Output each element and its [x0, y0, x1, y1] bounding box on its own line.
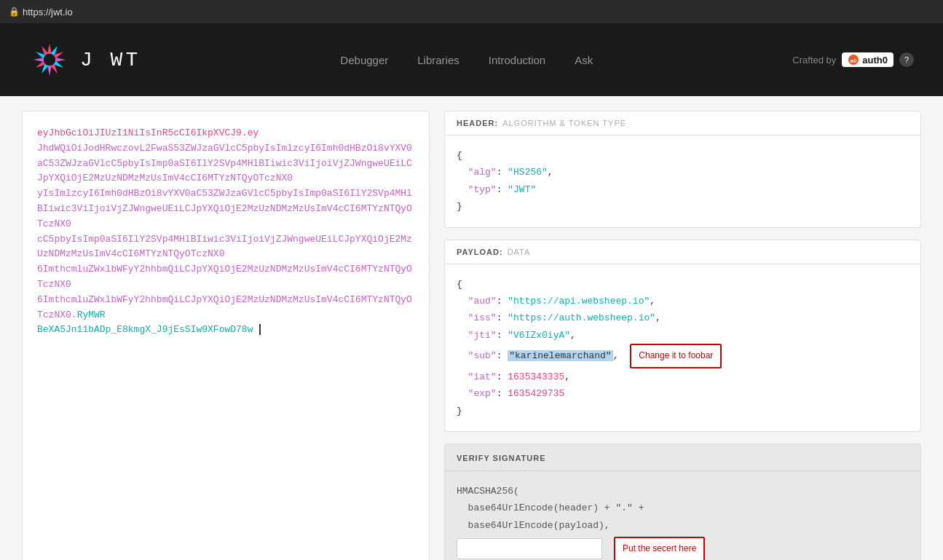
- change-to-foobar-button[interactable]: Change it to foobar: [630, 344, 722, 368]
- payload-colon3: :: [497, 330, 508, 341]
- payload-sub-key: "sub": [468, 350, 497, 361]
- header-subtitle: ALGORITHM & TOKEN TYPE: [502, 119, 626, 127]
- secret-row: Put the secert here: [457, 537, 909, 560]
- payload-colon6: :: [497, 388, 508, 399]
- payload-jti-key: "jti": [468, 330, 497, 341]
- payload-body: { "aud": "https://api.websheep.io", "iss…: [445, 264, 920, 431]
- header-body: { "alg": "HS256", "typ": "JWT" }: [445, 135, 920, 227]
- payload-colon5: :: [497, 371, 508, 382]
- verify-body: HMACSHA256( base64UrlEncode(header) + ".…: [445, 471, 920, 560]
- header-close-brace: }: [457, 201, 462, 212]
- payload-exp-key: "exp": [468, 388, 497, 399]
- token-part3-line2: BeXA5Jn11bADp_E8kmgX_J9jEsSIw9XFowD78w: [37, 324, 253, 335]
- verify-section-header: VERIFY SIGNATURE: [445, 444, 920, 471]
- svg-marker-0: [47, 44, 52, 54]
- token-part2-line4: 6ImthcmluZWxlbWFyY2hhbmQiLCJpYXQiOjE2MzU…: [37, 264, 412, 290]
- jwt-logo-icon: [29, 39, 70, 80]
- right-panel: HEADER: ALGORITHM & TOKEN TYPE { "alg": …: [444, 111, 921, 560]
- payload-iss-key: "iss": [468, 312, 497, 323]
- payload-close-brace: }: [457, 406, 462, 417]
- auth0-logo-icon: a0: [848, 54, 859, 66]
- svg-marker-9: [33, 58, 44, 62]
- crafted-by-area: Crafted by a0 auth0 ?: [792, 52, 914, 67]
- payload-iat-val: 1635343335: [508, 371, 564, 382]
- nav-introduction[interactable]: Introduction: [489, 54, 545, 66]
- p-comma2: ,: [655, 312, 661, 323]
- payload-iss-val: "https://auth.websheep.io": [508, 312, 655, 323]
- token-part2-line2: yIsImlzcyI6Imh0dHBzOi8vYXV0aC53ZWJzaGVlc…: [37, 188, 412, 229]
- crafted-by-label: Crafted by: [792, 55, 836, 66]
- header-colon2: :: [497, 184, 508, 195]
- lock-icon: 🔒: [9, 7, 20, 17]
- secret-input[interactable]: [457, 538, 602, 559]
- auth0-label: auth0: [862, 55, 888, 66]
- auth0-badge: a0 auth0: [842, 52, 893, 67]
- payload-aud-key: "aud": [468, 296, 497, 307]
- token-part2-line3: cC5pbyIsImp0aSI6IlY2SVp4MHlBIiwic3ViIjoi…: [37, 234, 412, 260]
- p-comma5: ,: [564, 371, 570, 382]
- payload-sub-val: "karinelemarchand": [508, 350, 612, 361]
- header-section: HEADER: ALGORITHM & TOKEN TYPE { "alg": …: [444, 111, 921, 228]
- browser-chrome: 🔒 https://jwt.io: [0, 0, 943, 23]
- payload-colon1: :: [497, 296, 508, 307]
- token-dot1b: ey: [248, 127, 259, 138]
- svg-marker-3: [55, 58, 66, 62]
- verify-title: VERIFY SIGNATURE: [457, 454, 546, 462]
- header-section-header: HEADER: ALGORITHM & TOKEN TYPE: [445, 111, 920, 135]
- nav-ask[interactable]: Ask: [575, 54, 593, 66]
- token-panel[interactable]: eyJhbGciOiJIUzI1NiIsInR5cCI6IkpXVCJ9.ey …: [22, 111, 430, 560]
- payload-jti-val: "V6IZx0iyA": [508, 330, 570, 341]
- payload-section: PAYLOAD: DATA { "aud": "https://api.webs…: [444, 240, 921, 432]
- payload-open-brace: {: [457, 279, 462, 290]
- payload-iat-key: "iat": [468, 371, 497, 382]
- put-secret-here-button[interactable]: Put the secert here: [614, 537, 705, 560]
- svg-marker-6: [47, 66, 52, 76]
- payload-title: PAYLOAD:: [457, 248, 503, 256]
- sections-wrapper: HEADER: ALGORITHM & TOKEN TYPE { "alg": …: [444, 111, 921, 560]
- main-content: eyJhbGciOiJIUzI1NiIsInR5cCI6IkpXVCJ9.ey …: [0, 96, 943, 560]
- header-typ-key: "typ": [468, 184, 497, 195]
- nav-libraries[interactable]: Libraries: [417, 54, 459, 66]
- token-dot2: .: [71, 309, 77, 320]
- token-cursor: [253, 324, 261, 335]
- header-open-brace: {: [457, 150, 462, 161]
- token-part3-start: RyMWR: [77, 309, 106, 320]
- svg-text:a0: a0: [851, 58, 857, 64]
- header-alg-val: "HS256": [508, 167, 548, 178]
- token-text: eyJhbGciOiJIUzI1NiIsInR5cCI6IkpXVCJ9.ey …: [37, 126, 414, 338]
- payload-exp-val: 1635429735: [508, 388, 564, 399]
- p-comma3: ,: [570, 330, 576, 341]
- browser-lock: 🔒 https://jwt.io: [9, 7, 73, 17]
- payload-subtitle: DATA: [508, 248, 531, 256]
- verify-section: VERIFY SIGNATURE HMACSHA256( base64UrlEn…: [444, 443, 921, 560]
- payload-colon2: :: [497, 312, 508, 323]
- svg-point-12: [44, 54, 55, 66]
- nav-links: Debugger Libraries Introduction Ask: [340, 54, 593, 66]
- header-colon1: :: [497, 167, 508, 178]
- verify-line2: base64UrlEncode(payload),: [468, 520, 610, 531]
- token-dot1: .: [242, 127, 248, 138]
- p-comma4: ,: [613, 350, 619, 361]
- p-comma1: ,: [650, 296, 655, 307]
- payload-colon4: :: [497, 350, 508, 361]
- verify-line1: base64UrlEncode(header) + "." +: [468, 502, 644, 513]
- info-button[interactable]: ?: [899, 52, 914, 67]
- hmac-label: HMACSHA256(: [457, 486, 519, 497]
- token-part1: eyJhbGciOiJIUzI1NiIsInR5cCI6IkpXVCJ9: [37, 127, 242, 138]
- logo-text: J WT: [80, 49, 141, 71]
- logo-area: J WT: [29, 39, 141, 80]
- payload-aud-val: "https://api.websheep.io": [508, 296, 650, 307]
- header-comma1: ,: [548, 167, 553, 178]
- header-typ-val: "JWT": [508, 184, 536, 195]
- browser-url: https://jwt.io: [23, 7, 73, 17]
- navbar: J WT Debugger Libraries Introduction Ask…: [0, 23, 943, 96]
- nav-debugger[interactable]: Debugger: [340, 54, 388, 66]
- payload-section-header: PAYLOAD: DATA: [445, 240, 920, 264]
- header-title: HEADER:: [457, 119, 498, 127]
- header-alg-key: "alg": [468, 167, 497, 178]
- token-part2-line1: JhdWQiOiJodHRwczovL2FwaS53ZWJzaGVlcC5pby…: [37, 143, 412, 184]
